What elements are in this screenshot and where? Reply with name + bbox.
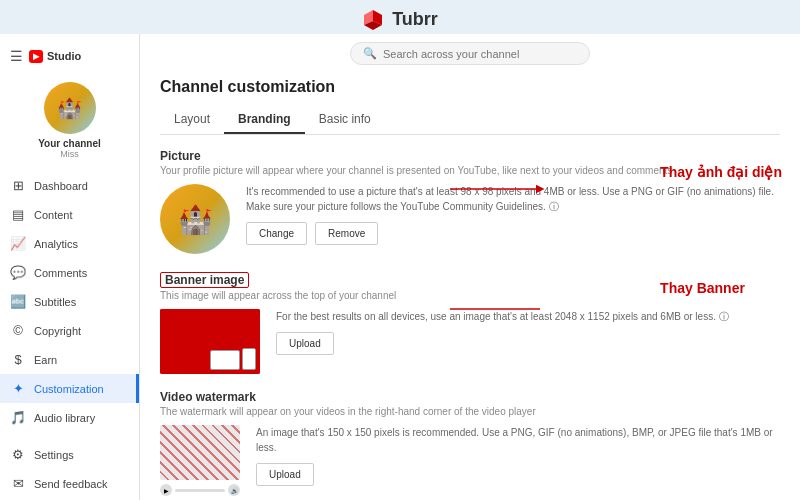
banner-upload-button[interactable]: Upload: [276, 332, 334, 355]
sidebar-label-comments: Comments: [34, 267, 87, 279]
channel-name: Your channel: [38, 138, 101, 149]
sidebar-header: ☰ ▶ Studio: [0, 42, 139, 74]
dashboard-icon: ⊞: [10, 178, 26, 193]
play-icon: ▶: [160, 484, 172, 496]
sidebar-item-earn[interactable]: $ Earn: [0, 345, 139, 374]
watermark-section-desc: The watermark will appear on your videos…: [160, 406, 780, 417]
sidebar-label-customization: Customization: [34, 383, 104, 395]
audio-icon: 🎵: [10, 410, 26, 425]
sidebar-label-audio: Audio library: [34, 412, 95, 424]
progress-bar: [175, 489, 225, 492]
tab-basicinfo[interactable]: Basic info: [305, 106, 385, 134]
sidebar-item-subtitles[interactable]: 🔤 Subtitles: [0, 287, 139, 316]
copyright-icon: ©: [10, 323, 26, 338]
sidebar-label-dashboard: Dashboard: [34, 180, 88, 192]
search-input[interactable]: [383, 48, 563, 60]
watermark-section-title: Video watermark: [160, 390, 780, 404]
sidebar-label-analytics: Analytics: [34, 238, 78, 250]
volume-icon: 🔊: [228, 484, 240, 496]
right-annotations: Thay ảnh đại diện Thay Banner: [660, 164, 782, 296]
tab-branding[interactable]: Branding: [224, 106, 305, 134]
sidebar-label-earn: Earn: [34, 354, 57, 366]
settings-icon: ⚙: [10, 447, 26, 462]
sidebar-item-audio[interactable]: 🎵 Audio library: [0, 403, 139, 432]
page-title: Channel customization: [160, 78, 780, 96]
profile-castle-emoji: 🏰: [178, 203, 213, 236]
sidebar-item-customization[interactable]: ✦ Customization: [0, 374, 139, 403]
customization-icon: ✦: [10, 381, 26, 396]
banner-preview: [160, 309, 260, 374]
sidebar-item-copyright[interactable]: © Copyright: [0, 316, 139, 345]
hamburger-icon[interactable]: ☰: [10, 48, 23, 64]
banner-info-col: For the best results on all devices, use…: [276, 309, 729, 355]
change-button[interactable]: Change: [246, 222, 307, 245]
app-title: Tubrr: [392, 9, 438, 30]
tab-layout[interactable]: Layout: [160, 106, 224, 134]
youtube-icon: ▶: [29, 50, 43, 63]
sidebar-label-subtitles: Subtitles: [34, 296, 76, 308]
sidebar-label-copyright: Copyright: [34, 325, 81, 337]
watermark-info-col: An image that's 150 x 150 pixels is reco…: [256, 425, 780, 486]
watermark-pattern: [160, 425, 240, 480]
profile-picture-preview: 🏰: [160, 184, 230, 254]
banner-title-box: Banner image: [160, 272, 249, 288]
studio-label: Studio: [47, 50, 81, 62]
watermark-section: Video watermark The watermark will appea…: [160, 390, 780, 496]
sidebar-label-content: Content: [34, 209, 73, 221]
search-bar: 🔍: [350, 42, 590, 65]
top-bar: Tubrr: [0, 0, 800, 34]
tubrr-logo-icon: [362, 8, 384, 30]
sidebar-label-feedback: Send feedback: [34, 478, 107, 490]
sidebar: ☰ ▶ Studio 🏰 Your channel Miss ⊞ Dashboa…: [0, 34, 140, 500]
remove-button[interactable]: Remove: [315, 222, 378, 245]
banner-section-row: For the best results on all devices, use…: [160, 309, 780, 374]
banner-phone-device: [242, 348, 256, 370]
sidebar-item-analytics[interactable]: 📈 Analytics: [0, 229, 139, 258]
channel-handle: Miss: [60, 149, 79, 159]
banner-btn-row: Upload: [276, 332, 729, 355]
sidebar-item-content[interactable]: ▤ Content: [0, 200, 139, 229]
banner-devices: [210, 348, 256, 370]
watermark-section-row: ▶ 🔊 An image that's 150 x 150 pixels is …: [160, 425, 780, 496]
search-icon: 🔍: [363, 47, 377, 60]
avatar-emoji: 🏰: [57, 96, 82, 120]
watermark-preview: [160, 425, 240, 480]
sidebar-item-feedback[interactable]: ✉ Send feedback: [0, 469, 139, 498]
banner-annotation-label: Thay Banner: [660, 280, 782, 296]
content-icon: ▤: [10, 207, 26, 222]
banner-tablet-device: [210, 350, 240, 370]
banner-info-text: For the best results on all devices, use…: [276, 309, 729, 324]
earn-icon: $: [10, 352, 26, 367]
channel-info: 🏰 Your channel Miss: [0, 74, 139, 171]
sidebar-label-settings: Settings: [34, 449, 74, 461]
channel-avatar[interactable]: 🏰: [44, 82, 96, 134]
sidebar-item-dashboard[interactable]: ⊞ Dashboard: [0, 171, 139, 200]
banner-section-title: Banner image: [165, 273, 244, 287]
picture-section-title: Picture: [160, 149, 780, 163]
profile-annotation-label: Thay ảnh đại diện: [660, 164, 782, 180]
watermark-btn-row: Upload: [256, 463, 780, 486]
analytics-icon: 📈: [10, 236, 26, 251]
tab-bar: Layout Branding Basic info: [160, 106, 780, 135]
search-bar-wrap: 🔍: [160, 42, 780, 65]
video-controls: ▶ 🔊: [160, 484, 240, 496]
subtitles-icon: 🔤: [10, 294, 26, 309]
comments-icon: 💬: [10, 265, 26, 280]
watermark-preview-col: ▶ 🔊: [160, 425, 240, 496]
sidebar-item-comments[interactable]: 💬 Comments: [0, 258, 139, 287]
sidebar-item-settings[interactable]: ⚙ Settings: [0, 440, 139, 469]
yt-studio-logo: ▶ Studio: [29, 50, 81, 63]
watermark-info-text: An image that's 150 x 150 pixels is reco…: [256, 425, 780, 455]
feedback-icon: ✉: [10, 476, 26, 491]
watermark-upload-button[interactable]: Upload: [256, 463, 314, 486]
